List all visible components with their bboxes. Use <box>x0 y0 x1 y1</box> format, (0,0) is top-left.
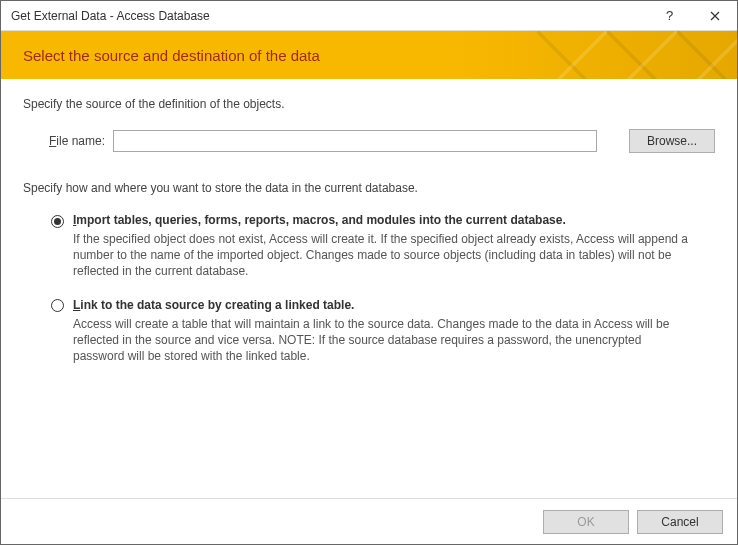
banner: Select the source and destination of the… <box>1 31 737 79</box>
option-link[interactable]: Link to the data source by creating a li… <box>51 298 715 365</box>
store-section-label: Specify how and where you want to store … <box>23 181 715 195</box>
option-import-desc: If the specified object does not exist, … <box>73 231 693 280</box>
cancel-button[interactable]: Cancel <box>637 510 723 534</box>
titlebar: Get External Data - Access Database ? <box>1 1 737 31</box>
option-import[interactable]: Import tables, queries, forms, reports, … <box>51 213 715 280</box>
file-row: File name: Browse... <box>49 129 715 153</box>
file-name-input[interactable] <box>113 130 597 152</box>
radio-import[interactable] <box>51 215 64 228</box>
close-icon[interactable] <box>692 1 737 30</box>
help-icon[interactable]: ? <box>647 1 692 30</box>
radio-link[interactable] <box>51 299 64 312</box>
option-import-title: Import tables, queries, forms, reports, … <box>73 213 715 227</box>
dialog-window: Get External Data - Access Database ? Se… <box>0 0 738 545</box>
source-section-label: Specify the source of the definition of … <box>23 97 715 111</box>
ok-button[interactable]: OK <box>543 510 629 534</box>
banner-title: Select the source and destination of the… <box>23 47 320 64</box>
option-link-title: Link to the data source by creating a li… <box>73 298 715 312</box>
option-link-desc: Access will create a table that will mai… <box>73 316 693 365</box>
file-name-label: File name: <box>49 134 113 148</box>
titlebar-controls: ? <box>647 1 737 30</box>
window-title: Get External Data - Access Database <box>11 9 647 23</box>
footer: OK Cancel <box>1 498 737 544</box>
browse-button[interactable]: Browse... <box>629 129 715 153</box>
content-area: Specify the source of the definition of … <box>1 79 737 498</box>
